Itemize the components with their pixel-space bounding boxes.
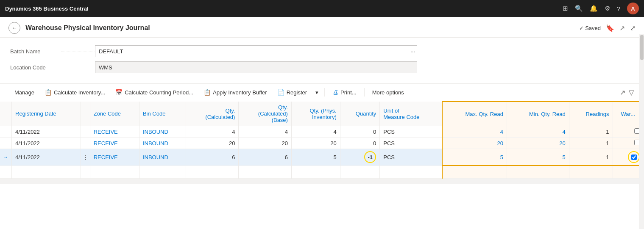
row-arrow-indicator: → (0, 149, 12, 166)
batch-name-row: Batch Name DEFAULT ··· (10, 44, 634, 58)
quantity-cell: -1 (340, 149, 380, 166)
apply-buffer-label: Apply Inventory Buffer (213, 89, 267, 96)
registering-date-cell: 4/11/2022 (12, 126, 81, 138)
col-qty-phys-header[interactable]: Qty. (Phys.Inventory) (291, 102, 340, 126)
bin-code-cell[interactable]: INBOUND (139, 126, 186, 138)
context-menu-button[interactable] (81, 126, 90, 138)
table-row[interactable]: 4/11/2022RECEIVEINBOUND4440PCS441 (0, 126, 644, 138)
qty-calculated-cell: 4 (186, 126, 238, 138)
vertical-scrollbar[interactable] (639, 34, 644, 229)
page-container: ← Warehouse Physical Inventory Journal ✓… (0, 17, 644, 229)
war-checkbox-highlight (628, 151, 640, 163)
qty-calculated-cell: 6 (186, 149, 238, 166)
readings-cell: 1 (569, 138, 613, 149)
registering-date-cell: 4/11/2022 (12, 138, 81, 149)
toolbar-separator-2 (364, 88, 365, 97)
qty-phys-cell: 20 (291, 138, 340, 149)
back-icon: ← (11, 25, 17, 31)
calc-counting-label: Calculate Counting Period... (125, 89, 193, 96)
readings-cell: 1 (569, 149, 613, 166)
uom-code-cell: PCS (380, 138, 442, 149)
more-options-button[interactable]: More options (368, 88, 408, 97)
manage-label: Manage (14, 89, 34, 96)
context-menu-button[interactable]: ⋮ (81, 149, 90, 166)
register-button[interactable]: 📄 Register (273, 87, 311, 97)
horizontal-scrollbar[interactable] (0, 179, 644, 184)
app-name: Dynamics 365 Business Central (5, 6, 558, 12)
col-registering-date-header[interactable]: Registering Date (12, 102, 81, 126)
col-max-qty-header[interactable]: Max. Qty. Read (442, 102, 507, 126)
collapse-button[interactable]: ⤢ (630, 24, 636, 32)
gear-icon[interactable]: ⚙ (605, 5, 610, 12)
user-avatar[interactable]: A (627, 3, 639, 14)
batch-name-value: DEFAULT (99, 48, 123, 55)
bell-icon[interactable]: 🔔 (590, 5, 598, 12)
col-qty-calc-base-header[interactable]: Qty.(Calculated)(Base) (239, 102, 291, 126)
max-qty-read-cell: 5 (442, 149, 507, 166)
col-bin-code-header[interactable]: Bin Code (139, 102, 186, 126)
register-icon: 📄 (277, 89, 284, 96)
qty-calc-base-cell: 4 (239, 126, 291, 138)
nav-icons: ⊞ 🔍 🔔 ⚙ ? A (563, 3, 639, 14)
calculate-counting-button[interactable]: 📅 Calculate Counting Period... (111, 87, 198, 97)
col-min-qty-header[interactable]: Min. Qty. Read (507, 102, 569, 126)
manage-button[interactable]: Manage (10, 88, 39, 97)
empty-row (0, 166, 644, 178)
inventory-table: Registering Date Zone Code Bin Code Qty.… (0, 101, 644, 179)
max-qty-read-cell: 4 (442, 126, 507, 138)
print-label: Print... (340, 89, 357, 96)
apply-inventory-buffer-button[interactable]: 📋 Apply Inventory Buffer (199, 87, 271, 97)
table-container: Registering Date Zone Code Bin Code Qty.… (0, 101, 644, 179)
open-new-window-button[interactable]: ↗ (619, 24, 625, 32)
print-icon: 🖨 (332, 89, 338, 96)
table-row[interactable]: →4/11/2022⋮RECEIVEINBOUND665-1PCS551 (0, 149, 644, 166)
table-header-row: Registering Date Zone Code Bin Code Qty.… (0, 102, 644, 126)
col-qty-calculated-header[interactable]: Qty.(Calculated) (186, 102, 238, 126)
saved-status: ✓ Saved (579, 25, 601, 31)
zone-code-cell[interactable]: RECEIVE (90, 138, 139, 149)
batch-name-more-button[interactable]: ··· (410, 48, 415, 55)
context-menu-button[interactable] (81, 138, 90, 149)
calc-inventory-label: Calculate Inventory... (54, 89, 105, 96)
col-quantity-header[interactable]: Quantity (340, 102, 380, 126)
qty-phys-cell: 5 (291, 149, 340, 166)
col-readings-header[interactable]: Readings (569, 102, 613, 126)
register-dropdown-button[interactable]: ▾ (313, 88, 321, 97)
print-button[interactable]: 🖨 Print... (328, 87, 361, 97)
grid-icon[interactable]: ⊞ (563, 5, 568, 12)
header-actions: ✓ Saved 🔖 ↗ ⤢ (579, 24, 636, 32)
bookmark-button[interactable]: 🔖 (606, 24, 614, 32)
export-icon[interactable]: ↗ (620, 88, 625, 97)
buffer-icon: 📋 (204, 89, 211, 96)
calculate-inventory-button[interactable]: 📋 Calculate Inventory... (40, 87, 109, 97)
col-zone-code-header[interactable]: Zone Code (90, 102, 139, 126)
bin-code-cell[interactable]: INBOUND (139, 149, 186, 166)
war-checkbox[interactable] (631, 155, 637, 160)
min-qty-read-cell: 20 (507, 138, 569, 149)
zone-code-cell[interactable]: RECEIVE (90, 149, 139, 166)
qty-phys-cell: 4 (291, 126, 340, 138)
row-arrow-indicator (0, 138, 12, 149)
uom-code-cell: PCS (380, 149, 442, 166)
location-code-field[interactable]: WMS (95, 61, 417, 73)
calc-counting-icon: 📅 (115, 89, 123, 96)
col-arrow-header (0, 102, 12, 126)
page-header: ← Warehouse Physical Inventory Journal ✓… (0, 17, 644, 38)
row-arrow-indicator (0, 126, 12, 138)
batch-name-label: Batch Name (10, 48, 95, 55)
scrollbar-thumb[interactable] (640, 35, 644, 60)
bin-code-cell[interactable]: INBOUND (139, 138, 186, 149)
table-row[interactable]: 4/11/2022RECEIVEINBOUND2020200PCS20201 (0, 138, 644, 149)
zone-code-cell[interactable]: RECEIVE (90, 126, 139, 138)
back-button[interactable]: ← (8, 22, 20, 34)
col-uom-header[interactable]: Unit ofMeasure Code (380, 102, 442, 126)
search-icon[interactable]: 🔍 (575, 5, 583, 12)
min-qty-read-cell: 5 (507, 149, 569, 166)
help-icon[interactable]: ? (617, 5, 620, 12)
location-code-label: Location Code (10, 64, 95, 71)
batch-name-field[interactable]: DEFAULT ··· (95, 45, 417, 57)
top-nav: Dynamics 365 Business Central ⊞ 🔍 🔔 ⚙ ? … (0, 0, 644, 17)
calc-inventory-icon: 📋 (45, 89, 52, 96)
form-section: Batch Name DEFAULT ··· Location Code WMS (0, 38, 644, 84)
filter-icon[interactable]: ▽ (629, 88, 634, 97)
